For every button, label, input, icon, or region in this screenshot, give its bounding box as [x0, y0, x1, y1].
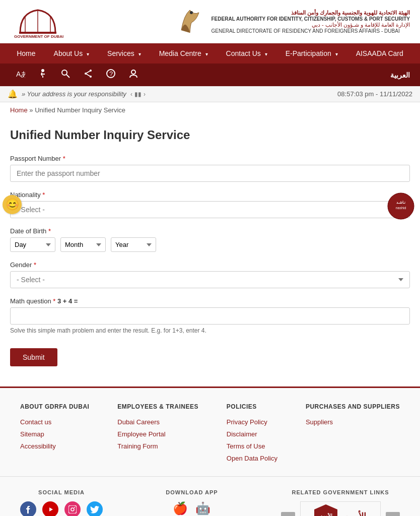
breadcrumb: Home » Unified Number Inquiry Service — [0, 102, 420, 118]
nationality-select[interactable]: - Select - — [10, 201, 410, 218]
icon-bar: Aあ ? العربية — [0, 63, 420, 86]
nav-item-services[interactable]: Services ▾ — [98, 43, 150, 63]
svg-text:nashid: nashid — [396, 206, 406, 210]
footer-link-open-data[interactable]: Open Data Policy — [227, 455, 277, 462]
footer-link-sitemap[interactable]: Sitemap — [20, 430, 44, 438]
math-answer-input[interactable] — [10, 307, 410, 325]
bell-icon: 🔔 — [8, 89, 18, 99]
ticker-prev[interactable]: ‹ — [130, 91, 132, 98]
math-question-label: Math question * 3 + 4 = — [10, 297, 410, 305]
nav-item-eparticipation[interactable]: E-Participation ▾ — [276, 43, 347, 63]
share-icon[interactable] — [78, 68, 98, 82]
passport-required: * — [61, 155, 65, 162]
dob-month-select[interactable]: Month — [60, 237, 106, 252]
wheelchair-icon[interactable] — [33, 68, 53, 82]
gender-label: Gender * — [10, 261, 410, 269]
related-gov-section: RELATED GOVERNMENT LINKS ‹ الأمين AL AME… — [281, 489, 400, 516]
ticker-text: » Your address is your responsibility — [22, 90, 126, 98]
top-header: GOVERNMENT OF DUBAI الهيئة الاتحادية لله… — [0, 0, 420, 43]
dob-year-select[interactable]: Year — [111, 237, 156, 252]
accessibility-icon[interactable]: Aあ — [10, 68, 30, 82]
svg-point-11 — [62, 70, 67, 75]
svg-point-28 — [74, 507, 75, 508]
footer-link-contact-us[interactable]: Contact us — [20, 418, 51, 426]
download-title: DOWNLOAD APP — [166, 489, 218, 495]
nav-link-services[interactable]: Services ▾ — [98, 43, 150, 63]
footer-policies-title: POLICIES — [227, 403, 277, 410]
inquiry-form: 😊 نـاشـد nashid Passport Number * Nation… — [10, 155, 410, 366]
footer-link-employee-portal[interactable]: Employee Portal — [117, 430, 165, 438]
math-expression: 3 + 4 = — [57, 297, 78, 305]
footer-link-privacy-policy[interactable]: Privacy Policy — [227, 418, 267, 426]
nav-link-home[interactable]: Home — [8, 43, 44, 63]
related-gov-title: RELATED GOVERNMENT LINKS — [281, 489, 400, 495]
nationality-group: Nationality * - Select - — [10, 191, 410, 218]
smiley-decoration: 😊 — [3, 195, 22, 214]
svg-line-17 — [86, 74, 91, 77]
footer-link-accessibility[interactable]: Accessibility — [20, 442, 56, 450]
nav-item-about[interactable]: About Us ▾ — [45, 43, 98, 63]
nav-link-contact[interactable]: Contact Us ▾ — [217, 43, 276, 63]
social-section: SOCIAL MEDIA — [20, 489, 103, 516]
breadcrumb-home[interactable]: Home — [10, 106, 28, 114]
footer-link-training-form[interactable]: Training Form — [117, 442, 158, 450]
passport-label: Passport Number * — [10, 155, 410, 162]
svg-rect-26 — [68, 505, 77, 513]
nav-link-aisaada[interactable]: AISAADA Card — [347, 43, 412, 63]
ticker-pause[interactable]: ▮▮ — [134, 91, 142, 98]
svg-line-12 — [66, 75, 69, 78]
dob-label: Date of Birth * — [10, 227, 410, 235]
arabic-toggle[interactable]: العربية — [390, 71, 410, 79]
nav-item-home[interactable]: Home — [8, 43, 44, 63]
footer-link-dubai-careers[interactable]: Dubai Careers — [117, 418, 160, 426]
twitter-icon[interactable] — [87, 501, 103, 516]
svg-text:Aあ: Aあ — [16, 70, 25, 78]
nationality-label: Nationality * — [10, 191, 410, 199]
footer: ABOUT GDRFA DUBAI Contact us Sitemap Acc… — [0, 386, 420, 516]
apple-store-icon[interactable]: 🍎 — [173, 501, 188, 515]
footer-link-disclaimer[interactable]: Disclaimer — [227, 430, 257, 438]
nav-link-eparticipation[interactable]: E-Participation ▾ — [276, 43, 347, 63]
svg-point-27 — [71, 508, 74, 511]
authority-text: الهيئة الاتحادية للهوية والجنسية والجمار… — [212, 10, 410, 34]
slider-prev-button[interactable]: ‹ — [281, 512, 295, 516]
nav-item-contact[interactable]: Contact Us ▾ — [217, 43, 276, 63]
footer-about-title: ABOUT GDRFA DUBAI — [20, 403, 89, 410]
search-icon[interactable] — [55, 68, 76, 82]
main-content: Unified Number Inquiry Service 😊 نـاشـد … — [0, 118, 420, 386]
passport-group: Passport Number * — [10, 155, 410, 182]
footer-employees-title: EMPLOYEES & TRAINEES — [117, 403, 198, 410]
gdrfa-bird-logo — [176, 5, 204, 38]
svg-point-20 — [131, 70, 135, 74]
youtube-icon[interactable] — [42, 501, 58, 516]
nashid-badge: نـاشـد nashid — [387, 192, 415, 220]
nav-link-media[interactable]: Media Centre ▾ — [150, 43, 217, 63]
alameen-shield-svg: الأمين AL AMEEN — [313, 503, 338, 517]
gender-required: * — [32, 261, 36, 269]
footer-link-terms[interactable]: Terms of Use — [227, 442, 265, 450]
breadcrumb-current: Unified Number Inquiry Service — [35, 106, 125, 114]
passport-input[interactable] — [10, 165, 410, 182]
instagram-icon[interactable] — [64, 501, 81, 516]
slider-next-button[interactable]: › — [386, 512, 400, 516]
page-title: Unified Number Inquiry Service — [10, 128, 410, 142]
submit-button[interactable]: Submit — [10, 348, 57, 366]
gov-logo-svg: GOVERNMENT OF DUBAI — [10, 5, 65, 38]
ticker-controls: ‹ ▮▮ › — [130, 91, 146, 98]
facebook-icon[interactable] — [20, 501, 36, 516]
svg-line-16 — [86, 71, 91, 74]
ticker-next[interactable]: › — [144, 91, 146, 98]
user-icon[interactable] — [123, 68, 144, 82]
nav-link-about[interactable]: About Us ▾ — [45, 43, 98, 63]
dob-day-select[interactable]: Day — [10, 237, 55, 252]
nav-item-media[interactable]: Media Centre ▾ — [150, 43, 217, 63]
footer-bottom: SOCIAL MEDIA DOWNLOAD APP 🍎 — [0, 477, 420, 516]
footer-link-suppliers[interactable]: Suppliers — [306, 418, 333, 426]
help-icon[interactable]: ? — [101, 68, 121, 82]
nav-item-aisaada[interactable]: AISAADA Card — [347, 43, 412, 63]
gov-dubai-logo: GOVERNMENT OF DUBAI — [10, 5, 65, 38]
gender-select[interactable]: - Select - — [10, 271, 410, 288]
alameen-arabic: الأمين — [342, 511, 368, 517]
social-icons — [20, 501, 103, 516]
android-store-icon[interactable]: 🤖 — [195, 501, 211, 515]
